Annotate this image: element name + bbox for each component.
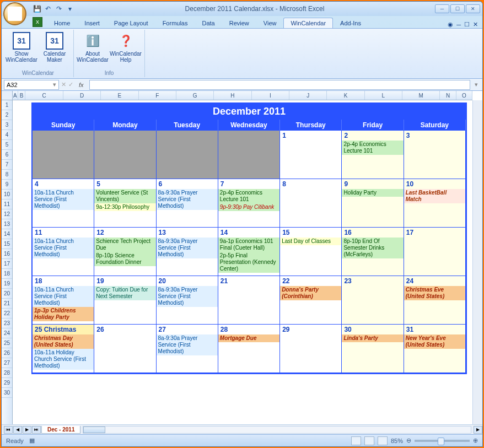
calendar-cell[interactable]: 30Linda's Party [342, 325, 404, 373]
calendar-event[interactable]: 8p-10p End Of Semester Drinks (McFarleys… [342, 238, 403, 258]
calendar-event[interactable]: 8a-9:30a Prayer Service (First Methodist… [157, 189, 218, 210]
calendar-cell[interactable]: 15Last Day of Classes [280, 228, 342, 276]
calendar-cell[interactable]: 1 [280, 131, 342, 179]
calendar-cell[interactable]: 17 [404, 228, 466, 276]
col-header[interactable]: I [252, 91, 289, 100]
col-header[interactable]: C [25, 91, 63, 100]
zoom-level[interactable]: 85% [391, 438, 403, 444]
show-wincalendar-button[interactable]: 31Show WinCalendar [6, 31, 37, 64]
row-header[interactable]: 18 [2, 269, 12, 279]
row-header[interactable]: 29 [2, 378, 12, 388]
row-header[interactable]: 28 [2, 368, 12, 378]
redo-icon[interactable]: ↷ [55, 4, 63, 13]
calendar-event[interactable]: 2p-4p Economics Lecture 101 [342, 141, 403, 155]
col-header[interactable]: N [440, 91, 456, 100]
row-header[interactable]: 11 [2, 199, 12, 209]
calendar-event[interactable]: Linda's Party [342, 334, 403, 342]
row-header[interactable]: 19 [2, 279, 12, 289]
calendar-event[interactable]: Last BasketBall Match [404, 189, 465, 203]
row-header[interactable]: 8 [2, 170, 12, 180]
ribbon-tab-insert[interactable]: Insert [77, 18, 107, 28]
col-header[interactable]: D [63, 91, 101, 100]
calendar-event[interactable]: Christmas Day (United States) [33, 334, 94, 349]
cancel-icon[interactable]: ✕ [61, 81, 66, 88]
col-header[interactable]: G [176, 91, 214, 100]
calendar-cell[interactable]: 410a-11a Church Service (First Methodist… [33, 179, 94, 228]
col-header[interactable]: L [365, 91, 402, 100]
calendar-cell[interactable] [218, 131, 280, 179]
row-header[interactable]: 21 [2, 299, 12, 309]
calendar-cell[interactable]: 68a-9:30a Prayer Service (First Methodis… [157, 179, 218, 228]
calendar-event[interactable]: 10a-11a Church Service (First Methodist) [33, 286, 94, 307]
row-header[interactable]: 27 [2, 358, 12, 368]
calendar-event[interactable]: Christmas Eve (United States) [404, 286, 465, 300]
col-header[interactable]: O [456, 91, 472, 100]
calendar-cell[interactable]: 24Christmas Eve (United States) [404, 276, 466, 325]
calendar-event[interactable]: 9p-9:30p Pay Citibank [218, 203, 279, 211]
sheet-tab[interactable]: Dec - 2011 [41, 426, 80, 434]
row-header[interactable]: 2 [2, 110, 12, 120]
doc-close-icon[interactable]: ✕ [473, 21, 478, 28]
calendar-cell[interactable]: 31New Year's Eve (United States) [404, 325, 466, 373]
ribbon-tab-page-layout[interactable]: Page Layout [107, 18, 155, 28]
row-header[interactable]: 23 [2, 319, 12, 328]
calendar-cell[interactable]: 278a-9:30a Prayer Service (First Methodi… [157, 325, 218, 373]
minimize-button[interactable]: ─ [435, 4, 449, 13]
calendar-cell[interactable]: 8 [280, 179, 342, 228]
row-header[interactable]: 6 [2, 150, 12, 160]
calendar-cell[interactable]: 1810a-11a Church Service (First Methodis… [33, 276, 94, 325]
calendar-cell[interactable]: 168p-10p End Of Semester Drinks (McFarle… [342, 228, 404, 276]
save-icon[interactable]: 💾 [33, 4, 41, 13]
calendar-cell[interactable]: 208a-9:30a Prayer Service (First Methodi… [157, 276, 218, 325]
col-header[interactable]: B [18, 91, 26, 100]
calendar-cell[interactable]: 22Donna's Party (Corinthian) [280, 276, 342, 325]
calendar-cell[interactable]: 149a-1p Economics 101 Final (Cueter Hall… [218, 228, 280, 276]
calendar-event[interactable]: Copy: Tuition Due for Next Semester [94, 286, 155, 300]
calendar-event[interactable]: 1p-3p Childrens Holiday Party [33, 307, 94, 321]
zoom-slider[interactable] [415, 440, 470, 442]
col-header[interactable]: H [214, 91, 251, 100]
calendar-cell[interactable]: 138a-9:30a Prayer Service (First Methodi… [157, 228, 218, 276]
row-header[interactable]: 4 [2, 130, 12, 140]
normal-view-button[interactable] [351, 436, 361, 445]
wincalendar-help-button[interactable]: ❓WinCalendar Help [110, 31, 141, 64]
calendar-event[interactable]: 8a-9:30a Prayer Service (First Methodist… [157, 334, 218, 355]
col-header[interactable]: F [139, 91, 176, 100]
enter-icon[interactable]: ✓ [68, 81, 73, 88]
row-header[interactable]: 20 [2, 289, 12, 299]
name-box[interactable]: A32▾ [4, 80, 59, 90]
col-header[interactable]: K [327, 91, 364, 100]
calendar-event[interactable]: Last Day of Classes [280, 238, 341, 245]
calendar-cell[interactable]: 23 [342, 276, 404, 325]
fx-icon[interactable]: fx [76, 82, 87, 88]
row-header[interactable]: 7 [2, 160, 12, 170]
calendar-cell[interactable]: 26 [94, 325, 156, 373]
calendar-cell[interactable]: 1110a-11a Church Service (First Methodis… [33, 228, 94, 276]
calendar-maker-button[interactable]: 31Calendar Maker [39, 31, 70, 64]
column-headers[interactable]: ABCDEFGHIJKLMNO [13, 91, 472, 100]
calendar-event[interactable]: 10a-11a Church Service (First Methodist) [33, 189, 94, 210]
prev-sheet-button[interactable]: ◀ [13, 426, 22, 434]
calendar-event[interactable]: Schience Tech Project Due [94, 238, 155, 252]
next-sheet-button[interactable]: ▶ [23, 426, 31, 434]
row-header[interactable]: 22 [2, 309, 12, 319]
last-sheet-button[interactable]: ⏭ [32, 426, 41, 434]
calendar-cell[interactable]: 9Holiday Party [342, 179, 404, 228]
select-all-corner[interactable] [2, 91, 13, 100]
first-sheet-button[interactable]: ⏮ [4, 426, 13, 434]
calendar-cell[interactable]: 28Mortgage Due [218, 325, 280, 373]
row-header[interactable]: 5 [2, 140, 12, 150]
calendar-cell[interactable] [33, 131, 94, 179]
col-header[interactable]: A [13, 91, 18, 100]
undo-icon[interactable]: ↶ [44, 4, 52, 13]
page-layout-view-button[interactable] [364, 436, 374, 445]
ribbon-tab-review[interactable]: Review [222, 18, 256, 28]
calendar-cell[interactable] [94, 131, 156, 179]
calendar-cell[interactable]: 25 ChristmasChristmas Day (United States… [33, 325, 94, 373]
ribbon-tab-home[interactable]: Home [47, 18, 77, 28]
row-headers[interactable]: 1234567891011121314151617181920212223242… [2, 100, 13, 424]
calendar-cell[interactable]: 72p-4p Economics Lecture 1019p-9:30p Pay… [218, 179, 280, 228]
close-button[interactable]: ✕ [466, 4, 480, 13]
row-header[interactable]: 16 [2, 249, 12, 259]
row-header[interactable]: 12 [2, 209, 12, 219]
